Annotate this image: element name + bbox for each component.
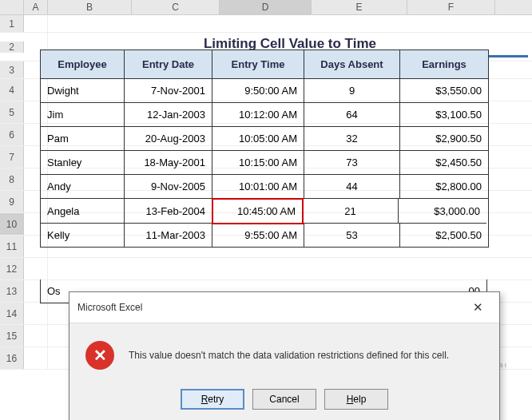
help-button[interactable]: Help xyxy=(324,389,388,410)
table-row: Pam20-Aug-200310:05:00 AM32$2,900.50 xyxy=(41,127,488,151)
error-icon: ✕ xyxy=(85,341,114,370)
row-num-14[interactable]: 14 xyxy=(0,303,24,324)
retry-button[interactable]: Retry xyxy=(181,389,244,410)
col-header-f[interactable]: F xyxy=(407,0,495,14)
cell-c[interactable]: 12-Jan-2003 xyxy=(125,103,212,127)
row-num-12[interactable]: 12 xyxy=(0,258,24,279)
cell-d[interactable]: 10:01:00 AM xyxy=(212,175,304,199)
row-num-1[interactable]: 1 xyxy=(0,15,24,32)
cell-d[interactable]: 10:15:00 AM xyxy=(212,151,304,175)
cell-f[interactable]: $2,500.50 xyxy=(400,224,488,247)
table-row: Kelly11-Mar-20039:55:00 AM53$2,500.50 xyxy=(41,224,488,247)
cell-e[interactable]: 32 xyxy=(304,127,400,151)
row-num-2[interactable]: 2 xyxy=(0,42,24,53)
cell-d[interactable]: 9:50:00 AM xyxy=(212,79,304,103)
row-num-3[interactable]: 3 xyxy=(0,61,24,78)
col-header-a[interactable]: A xyxy=(24,0,48,14)
cell-b[interactable]: Andy xyxy=(41,175,125,199)
cell-e[interactable]: 21 xyxy=(303,199,399,224)
cell-d[interactable]: 9:55:00 AM xyxy=(212,224,304,247)
cell-f[interactable]: $3,550.00 xyxy=(400,79,488,103)
cell-b[interactable]: Stanley xyxy=(41,151,125,175)
cell-e[interactable]: 9 xyxy=(304,79,400,103)
header-earnings[interactable]: Earnings xyxy=(400,50,488,79)
table-row: Angela13-Feb-200410:45:00 AM21$3,000.00 xyxy=(41,199,488,224)
cell-e[interactable]: 73 xyxy=(304,151,400,175)
cell-a15[interactable] xyxy=(24,325,48,347)
cell-a12[interactable] xyxy=(24,258,48,279)
cell-f[interactable]: $3,100.50 xyxy=(400,103,488,127)
dialog-titlebar[interactable]: Microsoft Excel ✕ xyxy=(69,292,499,323)
row-num-6[interactable]: 6 xyxy=(0,124,24,145)
dialog-buttons: Retry Cancel Help xyxy=(69,381,499,420)
dialog-message: This value doesn't match the data valida… xyxy=(129,350,449,361)
cell-e[interactable]: 53 xyxy=(304,224,400,247)
cell-c[interactable]: 13-Feb-2004 xyxy=(125,199,212,224)
cell-b[interactable]: Dwight xyxy=(41,79,125,103)
header-entry-time[interactable]: Entry Time xyxy=(212,50,304,79)
table-row: Dwight7-Nov-20019:50:00 AM9$3,550.00 xyxy=(41,79,488,103)
cell-f[interactable]: $2,900.50 xyxy=(400,127,488,151)
row-num-16[interactable]: 16 xyxy=(0,347,24,369)
cell-a1[interactable] xyxy=(24,15,48,32)
dialog-body: ✕ This value doesn't match the data vali… xyxy=(69,323,499,381)
col-header-c[interactable]: C xyxy=(132,0,220,14)
table-header-row: Employee Entry Date Entry Time Days Abse… xyxy=(41,50,488,79)
col-header-b[interactable]: B xyxy=(48,0,132,14)
cell-d[interactable]: 10:45:00 AM xyxy=(212,198,304,224)
cancel-button[interactable]: Cancel xyxy=(252,389,316,410)
cell-f[interactable]: $2,450.50 xyxy=(400,151,488,175)
cell-a14[interactable] xyxy=(24,303,48,324)
row-num-11[interactable]: 11 xyxy=(0,236,24,257)
row-num-5[interactable]: 5 xyxy=(0,101,24,123)
header-entry-date[interactable]: Entry Date xyxy=(125,50,212,79)
table-row: Andy9-Nov-200510:01:00 AM44$2,800.00 xyxy=(41,175,488,199)
row-1: 1 xyxy=(0,15,532,33)
row-12: 12 xyxy=(0,258,532,280)
row-num-15[interactable]: 15 xyxy=(0,325,24,347)
data-table: Employee Entry Date Entry Time Days Abse… xyxy=(40,50,489,248)
cell-b[interactable]: Pam xyxy=(41,127,125,151)
header-employee[interactable]: Employee xyxy=(41,50,125,79)
dialog-title-text: Microsoft Excel xyxy=(77,302,142,313)
cell-d[interactable]: 10:05:00 AM xyxy=(212,127,304,151)
row-num-7[interactable]: 7 xyxy=(0,146,24,168)
cell-b[interactable]: Kelly xyxy=(41,224,125,247)
cell-e[interactable]: 44 xyxy=(304,175,400,199)
close-icon[interactable]: ✕ xyxy=(464,299,491,316)
error-dialog: Microsoft Excel ✕ ✕ This value doesn't m… xyxy=(69,291,500,420)
cell-e[interactable]: 64 xyxy=(304,103,400,127)
cell-b[interactable]: Jim xyxy=(41,103,125,127)
col-header-e[interactable]: E xyxy=(312,0,407,14)
select-all-corner[interactable] xyxy=(0,0,24,14)
cell-f[interactable]: $2,800.00 xyxy=(400,175,488,199)
row-num-4[interactable]: 4 xyxy=(0,79,24,101)
cell-f[interactable]: $3,000.00 xyxy=(399,199,486,224)
cell-b[interactable]: Angela xyxy=(41,199,125,224)
column-headers: A B C D E F xyxy=(0,0,532,15)
row-num-13[interactable]: 13 xyxy=(0,280,24,302)
row-num-9[interactable]: 9 xyxy=(0,191,24,212)
row-num-8[interactable]: 8 xyxy=(0,168,24,190)
cell-c[interactable]: 20-Aug-2003 xyxy=(125,127,212,151)
table-row: Stanley18-May-200110:15:00 AM73$2,450.50 xyxy=(41,151,488,175)
col-header-d[interactable]: D xyxy=(220,0,312,14)
cell-c[interactable]: 7-Nov-2001 xyxy=(125,79,212,103)
cell-c[interactable]: 11-Mar-2003 xyxy=(125,224,212,247)
cell-d[interactable]: 10:12:00 AM xyxy=(212,103,304,127)
table-row: Jim12-Jan-200310:12:00 AM64$3,100.50 xyxy=(41,103,488,127)
cell-c[interactable]: 18-May-2001 xyxy=(125,151,212,175)
cell-a16[interactable] xyxy=(24,347,48,369)
cell-c[interactable]: 9-Nov-2005 xyxy=(125,175,212,199)
header-days-absent[interactable]: Days Absent xyxy=(304,50,400,79)
row-num-10[interactable]: 10 xyxy=(0,213,24,235)
